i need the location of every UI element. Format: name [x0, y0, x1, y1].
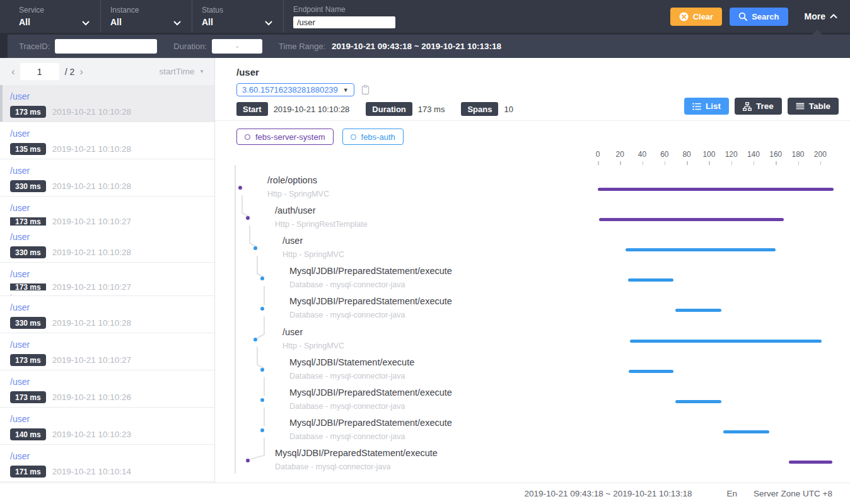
trace-endpoint-link[interactable]: /user	[10, 268, 204, 280]
trace-list-item[interactable]: /user173 ms2019-10-21 10:10:26	[0, 370, 214, 408]
span-name[interactable]: Mysql/JDBI/PreparedStatement/execute	[289, 296, 452, 306]
trace-endpoint-link[interactable]: /user	[10, 91, 204, 103]
language-toggle[interactable]: En	[727, 489, 738, 498]
span-name[interactable]: Mysql/JDBI/PreparedStatement/execute	[289, 418, 452, 428]
span-node-dot[interactable]	[260, 368, 264, 372]
trace-endpoint-link[interactable]: /user	[10, 376, 204, 388]
span-duration-bar[interactable]	[675, 309, 721, 312]
trace-endpoint-link[interactable]: /user	[10, 413, 204, 425]
span-node-dot[interactable]	[238, 186, 242, 190]
timerange-value[interactable]: 2019-10-21 09:43:18 ~ 2019-10-21 10:13:1…	[332, 42, 501, 51]
span-name[interactable]: /user	[282, 327, 303, 337]
status-select[interactable]: Status All	[202, 0, 272, 33]
view-list-button[interactable]: List	[684, 98, 729, 115]
span-row: Mysql/JDBI/PreparedStatement/executeData…	[215, 417, 850, 447]
span-node-dot[interactable]	[260, 307, 264, 311]
prev-page-button[interactable]: ‹	[6, 66, 20, 77]
copy-icon[interactable]	[361, 84, 370, 95]
trace-list-item[interactable]: /user173 ms2019-10-21 10:10:27	[0, 333, 214, 370]
trace-list-item[interactable]: /user140 ms2019-10-21 10:10:23	[0, 408, 214, 445]
trace-list-item[interactable]: /user173 ms2019-10-21 10:10:27	[0, 197, 214, 226]
span-name[interactable]: Mysql/JDBI/PreparedStatement/execute	[289, 266, 452, 276]
segment-id: 3.60.15716238281880239	[242, 85, 338, 94]
trace-endpoint-link[interactable]: /user	[10, 450, 204, 462]
span-layer: Database - mysql-connector-java	[289, 280, 405, 289]
span-name[interactable]: Mysql/JDBI/Statement/execute	[289, 357, 414, 367]
span-duration-bar[interactable]	[628, 278, 673, 282]
search-button[interactable]: Search	[730, 8, 788, 26]
trace-list-item[interactable]: /user135 ms2019-10-21 10:10:28	[0, 122, 214, 159]
span-duration-bar[interactable]	[675, 400, 721, 403]
trace-list-item[interactable]: /user330 ms2019-10-21 10:10:28	[0, 296, 214, 333]
trace-endpoint-link[interactable]: /user	[10, 302, 204, 314]
view-table-button[interactable]: Table	[788, 98, 839, 115]
axis-tick-label: 200	[814, 150, 827, 159]
span-node-dot[interactable]	[260, 428, 264, 432]
trace-list-item[interactable]: /user330 ms2019-10-21 10:10:28	[0, 159, 214, 197]
span-node-dot[interactable]	[253, 338, 257, 341]
service-select[interactable]: Service All	[19, 0, 90, 33]
server-zone-select[interactable]: Server Zone UTC +8	[754, 489, 832, 498]
duration-input[interactable]	[212, 39, 262, 54]
circle-icon	[245, 134, 250, 140]
view-tree-button[interactable]: Tree	[735, 98, 782, 115]
start-time: 2019-10-21 10:10:23	[52, 430, 131, 439]
sort-by-starttime[interactable]: startTime ▼	[160, 67, 204, 76]
duration-badge: 173 ms	[10, 217, 46, 226]
view-switcher: ListTreeTable	[684, 98, 839, 115]
trace-list-item[interactable]: /user171 ms2019-10-21 10:10:14	[0, 445, 214, 482]
span-name[interactable]: /auth/user	[275, 205, 316, 215]
endpoint-name-label: Endpoint Name	[293, 5, 407, 14]
span-layer: Database - mysql-connector-java	[289, 372, 405, 381]
trace-endpoint-link[interactable]: /user	[10, 231, 204, 243]
span-duration-bar[interactable]	[598, 188, 834, 191]
trace-endpoint-link[interactable]: /user	[10, 128, 204, 140]
traceid-input[interactable]	[55, 39, 157, 54]
sort-caret-icon: ▼	[199, 69, 204, 74]
span-duration-bar[interactable]	[630, 340, 821, 343]
axis-tick-mark	[643, 161, 644, 165]
span-name[interactable]: /user	[282, 236, 303, 246]
endpoint-name-input[interactable]	[293, 16, 395, 28]
service-chip-febs-server-system[interactable]: febs-server-system	[236, 129, 334, 145]
span-duration-bar[interactable]	[626, 248, 776, 251]
detail-header: /user 3.60.15716238281880239 ▼ Start 201…	[215, 58, 850, 121]
trace-endpoint-link[interactable]: /user	[10, 339, 204, 351]
span-duration-bar[interactable]	[723, 430, 769, 433]
page-number-input[interactable]	[20, 63, 59, 80]
trace-endpoint-link[interactable]: /user	[10, 202, 204, 214]
divider	[283, 0, 284, 33]
span-node-dot[interactable]	[246, 459, 250, 462]
trace-list-item[interactable]: /user330 ms2019-10-21 10:10:28	[0, 226, 214, 263]
start-time: 2019-10-21 10:10:14	[52, 467, 131, 476]
span-name[interactable]: /role/options	[267, 175, 317, 185]
trace-endpoint-link[interactable]: /user	[10, 165, 204, 177]
more-button[interactable]: More	[796, 7, 840, 26]
search-icon	[738, 12, 747, 21]
segment-select[interactable]: 3.60.15716238281880239 ▼	[236, 83, 354, 96]
list-icon	[692, 102, 701, 111]
duration-badge: 173 ms	[10, 284, 46, 290]
duration-badge: 330 ms	[10, 180, 46, 192]
instance-select[interactable]: Instance All	[110, 0, 181, 33]
span-node-dot[interactable]	[246, 216, 250, 220]
trace-list-item[interactable]: /user173 ms2019-10-21 10:10:28	[0, 85, 214, 122]
span-node-dot[interactable]	[260, 398, 264, 402]
clear-button[interactable]: Clear	[670, 8, 723, 26]
trace-list-item[interactable]: /user173 ms2019-10-21 10:10:27,	[0, 263, 214, 296]
span-layer: Database - mysql-connector-java	[289, 432, 405, 441]
span-name[interactable]: Mysql/JDBI/PreparedStatement/execute	[275, 448, 438, 458]
span-layer: Http - SpringMVC	[282, 341, 344, 350]
span-node-dot[interactable]	[260, 277, 264, 280]
span-duration-bar[interactable]	[629, 370, 673, 373]
chevron-up-icon	[830, 14, 837, 19]
next-page-button[interactable]: ›	[74, 66, 88, 77]
table-icon	[796, 102, 805, 111]
axis-tick-label: 20	[616, 150, 624, 159]
search-button-label: Search	[752, 12, 779, 21]
span-duration-bar[interactable]	[789, 461, 832, 464]
service-chip-febs-auth[interactable]: febs-auth	[342, 129, 404, 145]
span-name[interactable]: Mysql/JDBI/PreparedStatement/execute	[289, 387, 452, 398]
span-node-dot[interactable]	[253, 246, 257, 250]
span-duration-bar[interactable]	[599, 218, 784, 221]
